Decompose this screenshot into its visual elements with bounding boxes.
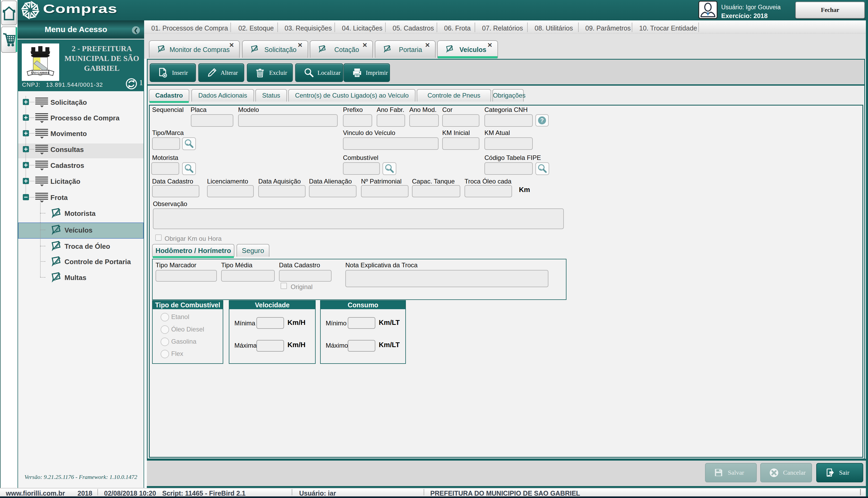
svg-text:SÃO GABRIEL: SÃO GABRIEL bbox=[31, 71, 50, 74]
